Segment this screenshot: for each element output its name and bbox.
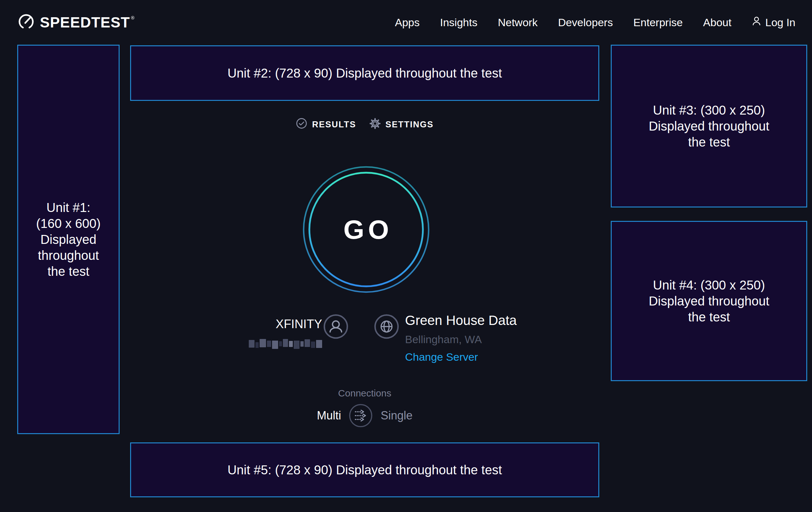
tab-settings-label: SETTINGS bbox=[385, 120, 434, 130]
ad-unit-4[interactable]: Unit #4: (300 x 250) Displayed throughou… bbox=[611, 221, 807, 381]
speedtest-logo[interactable]: SPEEDTEST ® bbox=[18, 13, 135, 32]
login-button[interactable]: Log In bbox=[752, 16, 795, 29]
isp-block: XFINITY bbox=[130, 308, 322, 349]
nav-item-about[interactable]: About bbox=[703, 16, 732, 29]
isp-user-icon bbox=[323, 314, 349, 339]
connections-multi-option[interactable]: Multi bbox=[317, 409, 341, 422]
user-icon bbox=[752, 16, 761, 29]
header: SPEEDTEST ® Apps Insights Network Develo… bbox=[0, 0, 812, 45]
ad-unit-1-line: throughout bbox=[38, 247, 99, 263]
tab-results[interactable]: RESULTS bbox=[296, 117, 356, 132]
ad-unit-4-line: Unit #4: (300 x 250) bbox=[653, 277, 765, 293]
nav-item-developers[interactable]: Developers bbox=[558, 16, 613, 29]
ad-unit-4-line: the test bbox=[688, 309, 730, 325]
change-server-link[interactable]: Change Server bbox=[405, 350, 517, 363]
ad-unit-5-text: Unit #5: (728 x 90) Displayed throughout… bbox=[227, 462, 502, 478]
nav-item-network[interactable]: Network bbox=[498, 16, 538, 29]
nav-item-insights[interactable]: Insights bbox=[440, 16, 477, 29]
tabs-row: RESULTS bbox=[130, 114, 599, 135]
trademark-symbol: ® bbox=[131, 15, 135, 21]
connection-info-row: XFINITY bbox=[130, 308, 599, 372]
connections-toggle[interactable] bbox=[349, 403, 373, 428]
ad-unit-4-line: Displayed throughout bbox=[649, 293, 769, 309]
server-info: Green House Data Bellingham, WA Change S… bbox=[405, 314, 517, 363]
ad-unit-1-line: the test bbox=[48, 263, 89, 279]
tab-results-label: RESULTS bbox=[312, 120, 356, 130]
connections-single-option[interactable]: Single bbox=[380, 409, 412, 422]
gauge-icon bbox=[18, 13, 35, 32]
connections-label: Connections bbox=[130, 387, 599, 400]
server-name: Green House Data bbox=[405, 314, 517, 327]
connections-row: Multi Single bbox=[130, 402, 599, 430]
gear-icon bbox=[369, 117, 381, 132]
tab-settings[interactable]: SETTINGS bbox=[369, 117, 434, 132]
ad-unit-3-line: Unit #3: (300 x 250) bbox=[653, 102, 765, 118]
ad-unit-1[interactable]: Unit #1: (160 x 600) Displayed throughou… bbox=[17, 45, 120, 434]
ad-unit-1-line: Unit #1: bbox=[47, 199, 91, 215]
server-globe-icon bbox=[374, 314, 399, 339]
nav-item-apps[interactable]: Apps bbox=[395, 16, 420, 29]
isp-name: XFINITY bbox=[130, 317, 322, 331]
ad-unit-2[interactable]: Unit #2: (728 x 90) Displayed throughout… bbox=[130, 45, 599, 101]
ad-unit-1-line: (160 x 600) bbox=[36, 215, 100, 232]
main-nav: Apps Insights Network Developers Enterpr… bbox=[395, 16, 795, 29]
ad-unit-3-line: the test bbox=[688, 134, 730, 150]
check-circle-icon bbox=[296, 117, 308, 132]
speedtest-page: SPEEDTEST ® Apps Insights Network Develo… bbox=[0, 0, 812, 512]
go-label: GO bbox=[299, 162, 433, 297]
ad-unit-5[interactable]: Unit #5: (728 x 90) Displayed throughout… bbox=[130, 442, 599, 497]
ad-unit-2-text: Unit #2: (728 x 90) Displayed throughout… bbox=[227, 65, 502, 81]
brand-name: SPEEDTEST bbox=[40, 14, 130, 31]
ad-unit-3-line: Displayed throughout bbox=[649, 118, 769, 134]
login-label: Log In bbox=[765, 16, 795, 29]
nav-item-enterprise[interactable]: Enterprise bbox=[633, 16, 683, 29]
go-button[interactable]: GO bbox=[299, 162, 433, 297]
ad-unit-1-line: Displayed bbox=[40, 232, 97, 247]
redacted-ip bbox=[249, 339, 322, 349]
server-location: Bellingham, WA bbox=[405, 333, 517, 346]
ad-unit-3[interactable]: Unit #3: (300 x 250) Displayed throughou… bbox=[611, 45, 807, 208]
